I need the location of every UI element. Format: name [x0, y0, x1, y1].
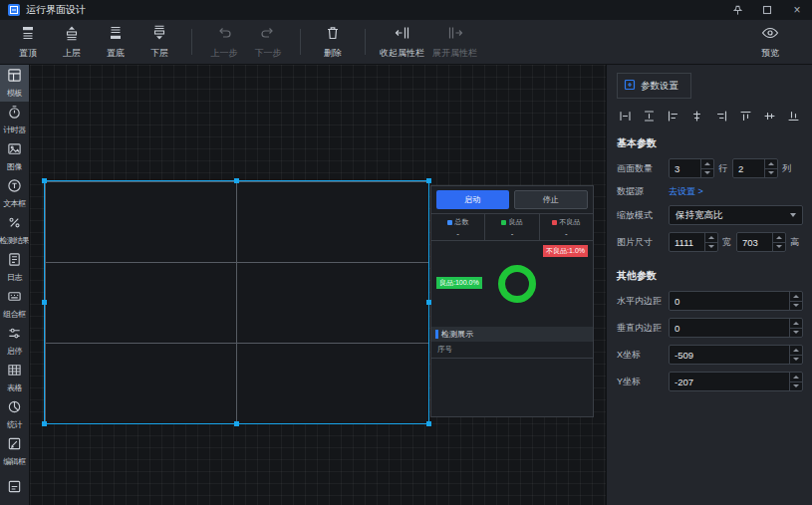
start-tab[interactable]: 启动: [436, 190, 509, 209]
close-icon[interactable]: ×: [790, 3, 804, 17]
grid-cell[interactable]: [45, 343, 238, 424]
align-top-icon[interactable]: [739, 110, 752, 123]
sidebar-item-combobox[interactable]: 组合框: [0, 286, 29, 323]
start-stop-widget[interactable]: 启动 停止 总数 - 良品 - 不良品 -: [430, 185, 594, 417]
parameter-panel: 参数设置 基本参数 画面数量 行: [606, 65, 812, 505]
rows-spinner[interactable]: [669, 158, 714, 178]
resize-handle-nw[interactable]: [42, 178, 47, 183]
spinner-arrows[interactable]: [789, 292, 802, 310]
spinner-arrows[interactable]: [772, 233, 785, 251]
section-accent-bar: [435, 330, 438, 339]
spinner-arrows[interactable]: [764, 159, 777, 177]
spinner-arrows[interactable]: [789, 373, 802, 390]
height-suffix: 高: [790, 236, 799, 249]
align-center-horizontal-icon[interactable]: [690, 110, 703, 123]
sidebar-item-timer[interactable]: 计时器: [0, 102, 29, 138]
image-height-spinner[interactable]: [736, 232, 786, 252]
cols-suffix: 列: [782, 162, 791, 175]
pin-icon[interactable]: [730, 3, 744, 17]
maximize-icon[interactable]: [760, 3, 774, 17]
y-coord-input[interactable]: [670, 373, 789, 390]
sidebar-item-table[interactable]: 表格: [0, 360, 29, 396]
spinner-arrows[interactable]: [789, 319, 802, 337]
v-padding-input[interactable]: [670, 319, 789, 337]
spinner-arrows[interactable]: [789, 346, 802, 364]
spinner-arrows[interactable]: [704, 233, 717, 251]
grid-cell[interactable]: [236, 262, 429, 344]
resize-handle-s[interactable]: [234, 421, 239, 426]
rows-input[interactable]: [670, 159, 700, 177]
stat-total: 总数 -: [431, 214, 485, 240]
distribute-horizontal-icon[interactable]: [619, 110, 632, 123]
button-label: 删除: [324, 47, 342, 60]
distribute-vertical-icon[interactable]: [643, 110, 656, 123]
sidebar-item-extra[interactable]: [0, 470, 29, 505]
align-middle-vertical-icon[interactable]: [763, 110, 776, 123]
resize-handle-w[interactable]: [42, 300, 47, 305]
grid-cell[interactable]: [236, 181, 429, 263]
x-coord-spinner[interactable]: [669, 345, 803, 365]
align-right-icon[interactable]: [715, 110, 728, 123]
h-padding-spinner[interactable]: [669, 291, 803, 311]
image-height-input[interactable]: [737, 233, 772, 251]
timer-icon: [7, 105, 22, 124]
stop-tab[interactable]: 停止: [514, 190, 589, 209]
y-coord-spinner[interactable]: [669, 372, 803, 391]
align-bottom-icon[interactable]: [787, 110, 800, 123]
design-canvas[interactable]: 启动 停止 总数 - 良品 - 不良品 -: [30, 65, 606, 505]
resize-handle-ne[interactable]: [426, 178, 431, 183]
resize-handle-sw[interactable]: [42, 421, 47, 426]
sidebar-item-label: 文本框: [3, 198, 26, 209]
resize-handle-n[interactable]: [234, 178, 239, 183]
sidebar-item-label: 统计: [7, 419, 22, 430]
basic-params-section-title: 基本参数: [617, 136, 802, 150]
move-up-layer-button[interactable]: 上层: [50, 24, 94, 60]
redo-icon: [259, 24, 277, 46]
editbox2-icon: [7, 479, 22, 498]
cols-input[interactable]: [733, 159, 764, 177]
sidebar-item-textbox[interactable]: 文本框: [0, 175, 29, 212]
selected-template-element[interactable]: [45, 181, 428, 423]
textbox-icon: [7, 178, 22, 197]
toolbar-divider: [300, 29, 301, 55]
redo-button[interactable]: 下一步: [246, 24, 290, 60]
image-width-spinner[interactable]: [669, 232, 718, 252]
grid-cell[interactable]: [45, 262, 238, 344]
sidebar-item-label: 图像: [7, 161, 22, 172]
undo-button[interactable]: 上一步: [202, 24, 246, 60]
table-header-index: 序号: [431, 342, 593, 359]
send-to-back-icon: [107, 24, 125, 46]
datasource-settings-link[interactable]: 去设置 >: [669, 185, 703, 198]
sidebar-item-image[interactable]: 图像: [0, 138, 29, 175]
move-down-layer-button[interactable]: 下层: [137, 24, 181, 60]
resize-handle-e[interactable]: [426, 300, 431, 305]
delete-button[interactable]: 删除: [311, 24, 355, 60]
x-coord-input[interactable]: [670, 346, 789, 364]
expand-panel-button[interactable]: 展开属性栏: [428, 24, 481, 60]
scale-mode-select[interactable]: 保持宽高比: [669, 205, 803, 225]
align-left-icon[interactable]: [667, 110, 679, 123]
sidebar-item-template[interactable]: 模板: [0, 65, 29, 102]
grid-cell[interactable]: [236, 343, 429, 424]
collapse-panel-button[interactable]: 收起属性栏: [376, 24, 428, 60]
sidebar-item-editbox[interactable]: 编辑框: [0, 433, 29, 470]
image-width-input[interactable]: [670, 233, 704, 251]
settings-icon: [624, 77, 636, 95]
h-padding-input[interactable]: [670, 292, 789, 310]
sidebar-item-label: 计时器: [3, 125, 26, 135]
template-grid: [45, 181, 428, 423]
sidebar-item-log[interactable]: 日志: [0, 249, 29, 286]
sidebar-item-detect-result[interactable]: 检测结果: [0, 212, 29, 249]
preview-button[interactable]: 预览: [748, 24, 792, 60]
defect-rate-badge: 不良品:1.0%: [543, 245, 588, 257]
bring-to-front-button[interactable]: 置顶: [6, 24, 50, 60]
log-icon: [7, 252, 22, 271]
grid-cell[interactable]: [45, 181, 238, 263]
send-to-back-button[interactable]: 置底: [94, 24, 137, 60]
resize-handle-se[interactable]: [426, 421, 431, 426]
cols-spinner[interactable]: [732, 158, 778, 178]
v-padding-spinner[interactable]: [669, 318, 803, 338]
spinner-arrows[interactable]: [700, 159, 713, 177]
sidebar-item-start-stop[interactable]: 启停: [0, 323, 29, 360]
sidebar-item-statistics[interactable]: 统计: [0, 396, 29, 433]
